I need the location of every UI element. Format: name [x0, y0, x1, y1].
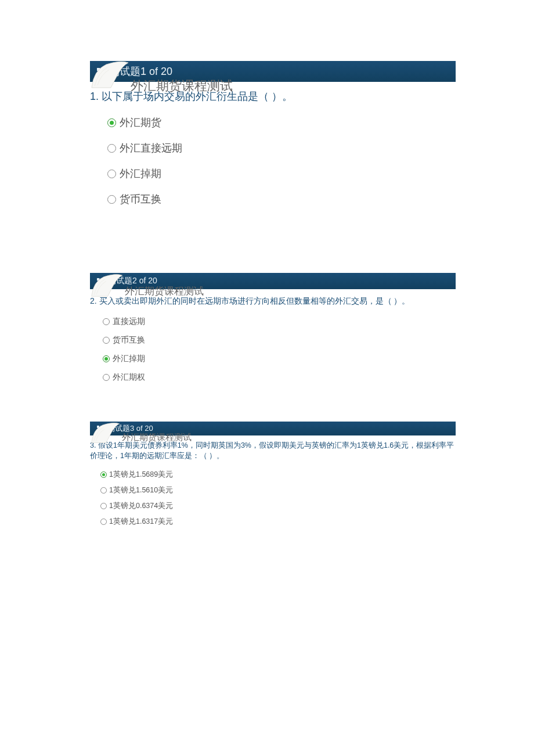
option-label: 外汇掉期 [113, 354, 145, 364]
option-label: 货币互换 [120, 192, 161, 206]
radio-icon [103, 355, 110, 362]
radio-icon [103, 374, 110, 381]
radio-icon [100, 471, 107, 478]
course-title: 外汇期货课程测试 [122, 432, 192, 443]
radio-icon [107, 170, 116, 178]
option-1[interactable]: 1英镑兑1.5689美元 [100, 467, 456, 483]
option-label: 直接远期 [113, 316, 145, 327]
option-label: 外汇期权 [113, 372, 145, 383]
option-3[interactable]: 1英镑兑0.6374美元 [100, 498, 456, 514]
radio-icon [103, 337, 110, 344]
option-4[interactable]: 外汇期权 [103, 368, 456, 387]
course-title: 外汇期货课程测试 [131, 77, 233, 95]
option-3[interactable]: 外汇掉期 [103, 350, 456, 368]
radio-icon [103, 318, 110, 325]
option-4[interactable]: 货币互换 [107, 186, 456, 212]
option-2[interactable]: 外汇直接远期 [107, 135, 456, 161]
course-title: 外汇期货课程测试 [125, 285, 204, 298]
option-4[interactable]: 1英镑兑1.6317美元 [100, 514, 456, 530]
page-curl-icon [89, 60, 129, 89]
radio-icon [100, 503, 107, 509]
option-label: 1英镑兑1.6317美元 [109, 517, 173, 527]
option-2[interactable]: 1英镑兑1.5610美元 [100, 483, 456, 498]
page-curl-icon [89, 422, 121, 444]
options-group: 外汇期货 外汇直接远期 外汇掉期 货币互换 [90, 104, 456, 212]
option-1[interactable]: 直接远期 [103, 312, 456, 331]
option-label: 1英镑兑1.5610美元 [109, 485, 173, 495]
option-2[interactable]: 货币互换 [103, 331, 456, 350]
page-curl-icon [89, 273, 124, 297]
option-label: 1英镑兑0.6374美元 [109, 501, 173, 511]
quiz-question-3: 外汇期货课程测试 测试题3 of 20 3. 假设1年期美元债券利率1%，同时期… [0, 422, 534, 530]
options-group: 直接远期 货币互换 外汇掉期 外汇期权 [90, 307, 456, 387]
radio-icon [107, 195, 116, 204]
option-label: 外汇直接远期 [120, 141, 182, 155]
option-label: 货币互换 [113, 335, 145, 345]
radio-icon [107, 118, 116, 127]
quiz-question-2: 外汇期货课程测试 测试题2 of 20 2. 买入或卖出即期外汇的同时在远期市场… [0, 273, 534, 387]
options-group: 1英镑兑1.5689美元 1英镑兑1.5610美元 1英镑兑0.6374美元 1… [90, 461, 456, 530]
option-1[interactable]: 外汇期货 [107, 110, 456, 135]
option-label: 1英镑兑1.5689美元 [109, 470, 173, 480]
quiz-question-1: 外汇期货课程测试 测试题1 of 20 1. 以下属于场内交易的外汇衍生品是（ … [0, 61, 534, 212]
radio-icon [100, 487, 107, 494]
radio-icon [107, 144, 116, 153]
option-3[interactable]: 外汇掉期 [107, 161, 456, 186]
option-label: 外汇期货 [120, 116, 161, 129]
option-label: 外汇掉期 [120, 167, 161, 181]
radio-icon [100, 519, 107, 525]
